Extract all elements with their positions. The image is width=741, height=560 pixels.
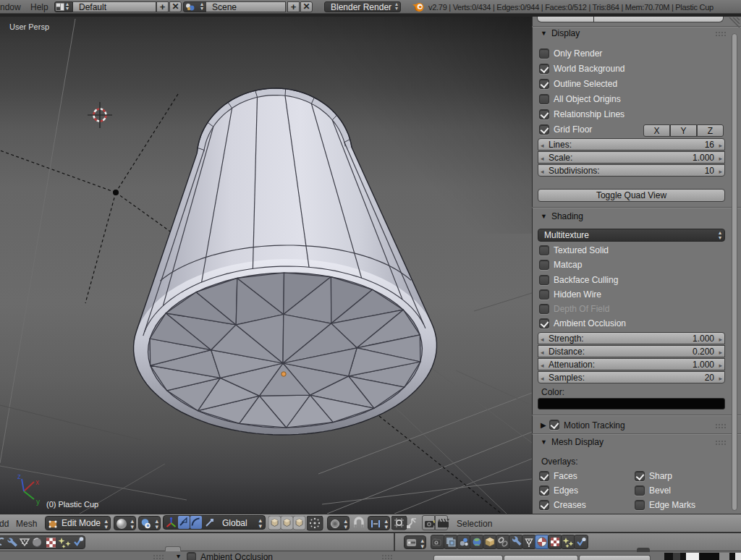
svg-text:z: z [17, 472, 21, 480]
svg-text:User Persp: User Persp [9, 22, 49, 31]
svg-text:y: y [36, 498, 40, 506]
svg-text:(0) Plastic Cup: (0) Plastic Cup [46, 500, 98, 509]
svg-text:x: x [35, 478, 39, 486]
